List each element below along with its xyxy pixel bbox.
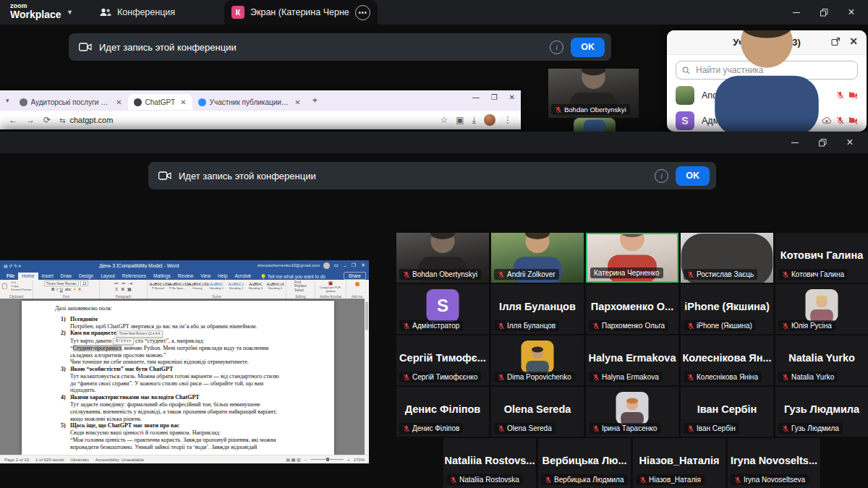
url-field[interactable]: ⇆ chatgpt.com [59,116,432,124]
video-thumbnail[interactable] [574,118,616,132]
word-tab-review[interactable]: Review [174,273,197,280]
browser-tab[interactable]: Аудиторські послуги сталого : ✕ [14,94,128,110]
word-tab-references[interactable]: References [119,273,150,280]
video-tile[interactable]: Ніазов_НаталіяНіазов_Наталія [633,438,726,488]
style-chip[interactable]: AaBbCcDc¶ No Spac... [169,281,187,290]
browser-tab[interactable]: Участник публикации - Zoom ✕ [192,94,307,110]
zoom-slider[interactable] [310,459,344,460]
style-chip[interactable]: AaBbCcHeading 2 [227,281,245,290]
word-tab-view[interactable]: View [197,273,214,280]
participant-row[interactable]: Andrii Zolkover (Я) [667,82,867,108]
browser-menu-icon[interactable]: ⋮ [503,115,512,125]
word-tab-design[interactable]: Design [75,273,97,280]
document-page[interactable]: Далі заповнюємо поля:1)ПсевдонімПотрібен… [22,301,334,455]
zoom-level[interactable]: 170% [354,458,365,462]
new-tab-button[interactable]: + [312,95,318,106]
style-chip[interactable]: AaBbCcDc¶ Normal [149,281,167,290]
minimize-button[interactable] [783,0,810,25]
underline-button[interactable]: U [60,287,63,291]
browser-minimize-button[interactable]: — [472,93,480,101]
font-color-button[interactable]: A [78,287,81,291]
video-tile[interactable]: Andrii Zolkover [491,233,584,283]
zoom-in-icon[interactable]: + [347,458,350,462]
video-tile[interactable]: Юлія Русіна [775,284,868,334]
editing-item[interactable]: Select [294,288,304,292]
word-tab-mailings[interactable]: Mailings [150,273,174,280]
info-icon[interactable]: i [655,169,668,183]
floating-format-toolbar[interactable]: Times New Roma ▾ 12 ▾ A A [116,330,163,338]
chevron-down-icon[interactable]: ▼ [67,9,73,16]
word-tab-draw[interactable]: Draw [57,273,75,280]
video-tile[interactable]: Natalia YurkoNatalia Yurko [775,335,868,385]
ok-button[interactable]: OK [571,38,605,57]
ok-button[interactable]: OK [676,166,710,186]
word-minimize-button[interactable]: – [344,263,346,268]
close-tab-icon[interactable]: ✕ [294,98,300,106]
browser-restore-button[interactable]: ❐ [491,93,498,101]
video-tile[interactable]: Вербицька Лю...Вербицька Людмила [538,438,631,488]
highlight-button[interactable]: A [74,287,77,291]
indent-button[interactable]: ⇥ [129,281,132,286]
browser-tab[interactable]: ChatGPT ✕ [128,94,192,110]
tab-screen-share[interactable]: К Экран (Катерина Черненко) ••• [224,0,378,25]
video-tile[interactable]: Сергій Тимофє...Сергій Тимофєєнко [396,335,489,385]
status-item[interactable]: 1 of 620 words [35,458,64,462]
back-icon[interactable]: ← [9,115,17,125]
video-tile[interactable]: Bohdan Obertynskyi [396,233,489,283]
strikethrough-button[interactable]: abc [65,287,72,291]
close-tab-icon[interactable]: ✕ [180,98,186,106]
tab-search-chevron-icon[interactable]: ▾ [6,97,9,104]
word-tab-layout[interactable]: Layout [97,273,119,280]
reload-icon[interactable]: ⟳ [43,115,51,125]
video-tile[interactable]: Колеснікова Ян...Колеснікова Яніна [681,335,773,385]
restore-button[interactable] [810,0,838,25]
side-panel-icon[interactable]: ▣ [456,115,464,125]
style-chip[interactable]: AaBbCcDcClosing [188,281,206,290]
style-chip[interactable]: AaBbCcIHeading 4 [266,281,284,290]
share-button[interactable]: Share [344,272,366,280]
video-tile[interactable]: Nataliia Rostovs...Nataliia Rostovska [443,438,536,488]
status-item[interactable]: Ukrainian [70,458,88,462]
video-tile[interactable]: Катерина Черненко [586,233,678,283]
video-tile[interactable]: Пархоменко О...Пархоменко Ольга [586,284,678,334]
more-options-icon[interactable]: ••• [355,5,370,20]
share-restore-button[interactable] [809,130,836,155]
video-tile[interactable]: Ілля БуланцовІлля Буланцов [491,284,584,334]
bold-button[interactable]: B [51,287,54,291]
numbering-button[interactable]: ≕ [122,281,126,286]
font-size-box[interactable]: 12 [80,281,89,286]
word-account-avatar[interactable] [323,262,330,269]
video-tile[interactable]: Гузь ЛюдмилаГузь Людмила [775,387,868,437]
align-left-button[interactable]: ≡ [115,287,118,291]
video-tile[interactable]: Іван СербінІван Сербін [681,387,773,437]
tell-me-box[interactable]: 💡 Tell me what you want to do [260,274,326,280]
word-tab-home[interactable]: Home [18,273,38,280]
site-info-icon[interactable]: ⇆ [59,116,65,124]
ribbon-display-icon[interactable]: ▭ [333,262,339,268]
video-tile[interactable]: Ірина Тарасенко [586,387,678,437]
tab-conference[interactable]: Конференция [94,0,181,25]
floating-format-toolbar[interactable]: B I U A ▾ ≡ [113,338,134,345]
bookmark-star-icon[interactable]: ☆ [441,115,448,125]
share-close-button[interactable]: × [836,130,864,155]
view-icons[interactable]: ▤ ▦ ▥ [286,457,300,462]
selected-text[interactable]: Студент-програміст [73,345,122,351]
quick-access-toolbar[interactable]: ▤ ↺ ↻ ▾ [4,263,21,268]
zoom-out-icon[interactable]: – [305,458,307,462]
video-tile[interactable]: Денис ФіліповДенис Філіпов [396,387,489,437]
share-minimize-button[interactable] [781,130,809,155]
video-tile[interactable]: Olena SeredaOlena Sereda [491,387,584,437]
bullets-button[interactable]: ≔ [114,281,119,286]
video-tile[interactable]: Ростислав Заєць [681,233,773,283]
shading-button[interactable]: ▦ [127,286,132,291]
word-tab-help[interactable]: Help [214,273,231,280]
video-tile-top[interactable]: Bohdan Obertynskyi [548,69,639,118]
info-icon[interactable]: i [550,40,563,54]
paste-icon[interactable]: 📋 [1,283,8,289]
video-tile[interactable]: Halyna ErmakovaHalyna Ermakova [586,335,678,385]
close-tab-icon[interactable]: ✕ [116,98,122,106]
video-tile[interactable]: SАдміністратор [396,284,489,334]
word-scrollbar[interactable] [365,299,369,455]
style-chip[interactable]: AaBbCHeading 1 [208,281,226,290]
close-button[interactable]: × [838,0,865,25]
